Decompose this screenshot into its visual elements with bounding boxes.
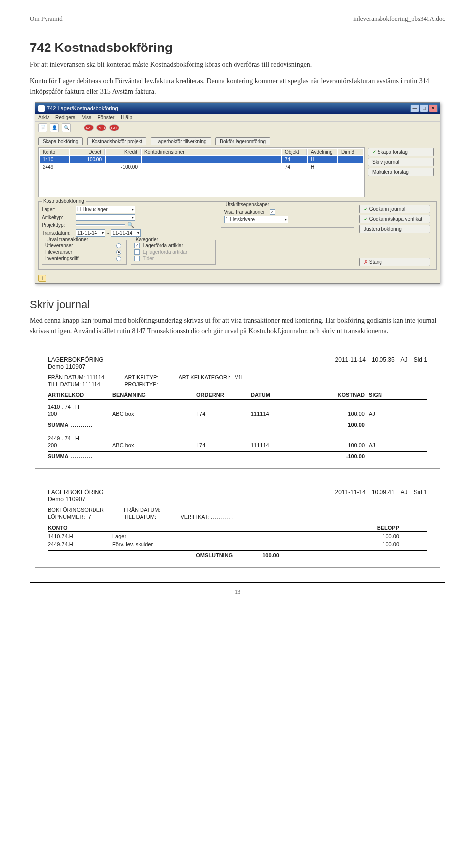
toolbar: 📄 👤 🔍 AVT PGU FAT (35, 122, 440, 134)
titlebar: 742 Lager/Kostnadsbokföring — □ ✕ (35, 103, 440, 114)
urval-utlev-label: Utleveranser (45, 243, 114, 248)
urval-invdiff-radio[interactable] (116, 256, 121, 261)
artikeltyp-label: Artikeltyp: (42, 215, 74, 220)
urval-invdiff-label: Inventeringsdiff (45, 256, 114, 261)
tider-label: Tider (143, 256, 154, 261)
projekttyp-input[interactable] (76, 224, 125, 226)
header-rule (30, 25, 445, 25)
header-left: Om Pyramid (30, 15, 63, 23)
col-dim3[interactable]: Dim 3 (338, 149, 363, 155)
trans-from-combo[interactable]: 11-11-14▾ (76, 229, 105, 237)
col-debet[interactable]: Debet (70, 149, 105, 155)
godkann-journal-button[interactable]: Godkänn journal (359, 205, 430, 213)
visa-trans-label: Visa Transaktioner (224, 209, 265, 215)
menu-visa[interactable]: Visa (82, 115, 91, 120)
trans-to-combo[interactable]: 11-11-14▾ (111, 229, 141, 237)
urval-inlev-label: Inleveranser (45, 249, 114, 255)
godkann-verifikat-button[interactable]: Godkänn/skapa verifikat (359, 215, 430, 223)
utskrift-panel-title: Utskriftsegenskaper (224, 202, 271, 207)
menu-hjalp[interactable]: Hjälp (121, 115, 132, 120)
r1-row: 200 ABC box I 74 111114 -100.00 AJ (48, 441, 427, 449)
maximize-button[interactable]: □ (420, 104, 428, 112)
info-icon[interactable]: i (38, 275, 46, 282)
projekttyp-label: Projekttyp: (42, 222, 74, 228)
urval-panel-title: Urval transaktioner (45, 237, 90, 242)
r1-group1: 1410 . 74 . H (48, 404, 427, 410)
skriv-journal-button[interactable]: Skriv journal (368, 158, 434, 166)
menu-fonster[interactable]: Fönster (97, 115, 114, 120)
close-button[interactable]: ✕ (429, 104, 438, 112)
makulera-forslag-button[interactable]: Makulera förslag (368, 168, 434, 176)
tab-skapa[interactable]: Skapa bokföring (38, 137, 83, 145)
r1-col-ordernr: ORDERNR (196, 392, 251, 398)
menubar: AArkivrkiv Redigera Visa Fönster Hjälp (35, 114, 440, 122)
r2-col-belopp: BELOPP (261, 525, 399, 530)
skapa-forslag-button[interactable]: Skapa förslag (368, 148, 434, 156)
col-objekt[interactable]: Objekt (282, 149, 307, 155)
justera-bokforing-button[interactable]: Justera bokföring (359, 225, 430, 233)
tider-check (134, 256, 140, 261)
r1-title: LAGERBOKFÖRING (48, 356, 104, 363)
r1-date: 2011-11-14 (335, 356, 366, 370)
ejlager-label: Ej lagerförda artiklar (143, 249, 187, 255)
transdatum-label: Trans.datum: (42, 230, 74, 236)
stang-button[interactable]: Stäng (359, 258, 430, 266)
search-icon[interactable]: 🔍 (127, 222, 134, 228)
toolbar-fat-icon[interactable]: FAT (109, 124, 119, 131)
lager-label: Lager: (42, 207, 74, 212)
urval-utlev-radio[interactable] (116, 243, 121, 248)
r1-row: 200 ABC box I 74 111114 100.00 AJ (48, 410, 427, 418)
col-kontodim[interactable]: Kontodimensioner (142, 149, 281, 155)
paragraph-1: För att inleveransen ska bli konterad må… (30, 59, 445, 70)
toolbar-search-icon[interactable]: 🔍 (62, 123, 71, 132)
page-number: 13 (30, 588, 445, 596)
tab-bokfor[interactable]: Bokför lageromföring (215, 137, 270, 145)
report-1: LAGERBOKFÖRING Demo 110907 2011-11-14 10… (35, 347, 440, 469)
tab-lagerbok[interactable]: Lagerbokför tillverkning (151, 137, 211, 145)
section-title-skriv-journal: Skriv journal (30, 298, 445, 311)
col-avdelning[interactable]: Avdelning (308, 149, 337, 155)
r1-col-kostnad: KOSTNAD (300, 392, 365, 398)
footer-rule (30, 582, 445, 583)
r1-col-benamning: BENÄMNING (112, 392, 196, 398)
lagerforda-check[interactable]: ✓ (134, 243, 140, 248)
grid-row[interactable]: 1410 100.00 74 H (40, 156, 363, 163)
r1-col-datum: DATUM (251, 392, 300, 398)
toolbar-avt-icon[interactable]: AVT (84, 124, 94, 131)
r2-title: LAGERBOKFÖRING (48, 489, 104, 496)
menu-redigera[interactable]: Redigera (55, 115, 76, 120)
r2-row: 2449.74.H Förv. lev. skulder -100.00 (48, 540, 427, 548)
header-right: inleveransbokfoering_pbs341A.doc (353, 15, 445, 23)
r1-group2: 2449 . 74 . H (48, 435, 427, 441)
toolbar-doc-icon[interactable]: 📄 (38, 123, 47, 132)
urval-inlev-radio[interactable] (116, 250, 121, 255)
bookkeeping-grid[interactable]: Konto Debet Kredit Kontodimensioner Obje… (38, 147, 365, 197)
lager-combo[interactable]: H-Huvudlager▾ (76, 206, 135, 213)
app-icon (38, 105, 45, 112)
toolbar-pgu-icon[interactable]: PGU (96, 124, 106, 131)
lagerforda-label: Lagerförda artiklar (143, 243, 183, 248)
paragraph-2: Konto för Lager debiteras och Förväntad … (30, 76, 445, 96)
r2-row: 1410.74.H Lager 100.00 (48, 532, 427, 540)
col-kredit[interactable]: Kredit (106, 149, 141, 155)
col-konto[interactable]: Konto (40, 149, 69, 155)
paragraph-3: Med denna knapp kan journal med bokförin… (30, 315, 445, 336)
tab-kostnad[interactable]: Kostnadsbokför projekt (87, 137, 146, 145)
ejlager-check (134, 249, 140, 255)
visa-trans-check[interactable]: ✓ (270, 209, 275, 215)
r2-col-konto: KONTO (48, 525, 112, 530)
r1-col-sign: SIGN (365, 392, 394, 398)
kostnadsbokforing-panel: Kostnadsbokföring Lager: H-Huvudlager▾ A… (38, 201, 437, 270)
r2-sub: Demo 110907 (48, 496, 104, 503)
menu-arkiv[interactable]: AArkivrkiv (38, 115, 49, 120)
app-window: 742 Lager/Kostnadsbokföring — □ ✕ AArkiv… (35, 102, 440, 284)
kategorier-panel-title: Kategorier (134, 237, 160, 242)
artikeltyp-combo[interactable]: ▾ (76, 214, 135, 221)
r1-sign: AJ (401, 356, 408, 370)
grid-row[interactable]: 2449 -100.00 74 H (40, 164, 363, 170)
minimize-button[interactable]: — (410, 104, 419, 112)
r1-sub: Demo 110907 (48, 363, 104, 370)
skrivare-combo[interactable]: 1-Listskrivare▾ (224, 216, 288, 223)
report-2: LAGERBOKFÖRING Demo 110907 2011-11-14 10… (35, 480, 440, 568)
toolbar-user-icon[interactable]: 👤 (50, 123, 59, 132)
